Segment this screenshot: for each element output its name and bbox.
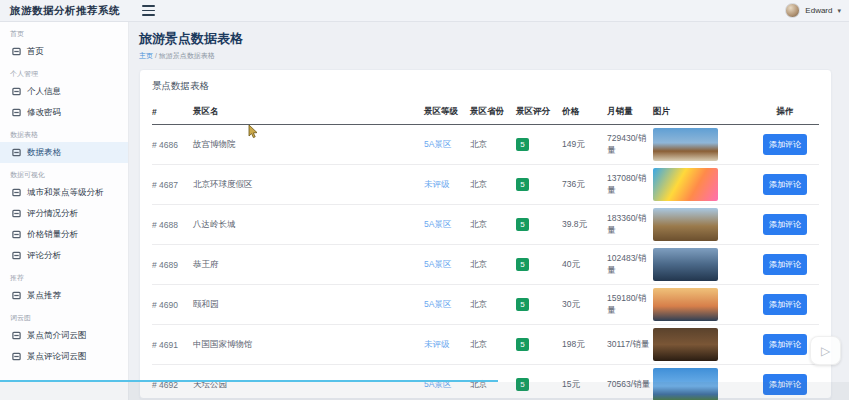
user-dropdown[interactable]: Edward ▾	[785, 3, 849, 18]
rating-badge: 5	[516, 218, 529, 231]
sidebar-item-label: 景点推荐	[27, 290, 61, 302]
rating-badge: 5	[516, 138, 529, 151]
breadcrumb: 主页 / 旅游景点数据表格	[139, 51, 832, 61]
sidebar-item-comment-wordcloud[interactable]: 景点评论词云图	[0, 346, 128, 367]
table-row: # 4689 恭王府 5A景区 北京 5 40元 102483/销量 添加评论	[152, 245, 819, 285]
sidebar-item-label: 城市和景点等级分析	[27, 187, 104, 199]
province: 北京	[470, 139, 487, 149]
sidebar-item-comment-chart[interactable]: 评论分析	[0, 245, 128, 266]
username: Edward	[805, 6, 832, 15]
col-header-index: #	[152, 101, 193, 125]
main-content: 旅游景点数据表格 主页 / 旅游景点数据表格 景点数据表格 # 景区名	[129, 22, 849, 400]
attraction-name: 北京环球度假区	[193, 179, 253, 189]
row-id: # 4688	[152, 220, 178, 230]
table-row: # 4687 北京环球度假区 未评级 北京 5 736元 137080/销量 添…	[152, 165, 819, 205]
attraction-name: 恭王府	[193, 259, 219, 269]
sidebar-item-user[interactable]: 个人信息	[0, 81, 128, 102]
app-window: 旅游数据分析推荐系统 Edward ▾ 首页 首页 个人管理 个人信息 修改密码…	[0, 0, 849, 400]
sidebar-item-label: 数据表格	[27, 147, 61, 159]
add-comment-button[interactable]: 添加评论	[763, 174, 807, 195]
monthly-sales: 729430/销量	[607, 133, 646, 155]
level-link[interactable]: 5A景区	[424, 139, 451, 149]
sidebar-section-label: 推荐	[0, 266, 128, 285]
add-comment-button[interactable]: 添加评论	[763, 374, 807, 395]
monthly-sales: 159180/销量	[607, 293, 646, 315]
sidebar-section-label: 数据可视化	[0, 163, 128, 182]
attraction-photo	[653, 248, 718, 281]
sidebar-item-label: 价格销量分析	[27, 229, 78, 241]
table-row: # 4690 颐和园 5A景区 北京 5 30元 159180/销量 添加评论	[152, 285, 819, 325]
province: 北京	[470, 299, 487, 309]
level-link[interactable]: 5A景区	[424, 259, 451, 269]
price: 15元	[562, 379, 580, 389]
attractions-table: # 景区名 景区等级 景区省份 景区评分 价格 月销量 图片 操作 # 4686…	[152, 101, 819, 400]
add-comment-button[interactable]: 添加评论	[763, 334, 807, 355]
row-id: # 4689	[152, 260, 178, 270]
attraction-name: 颐和园	[193, 299, 219, 309]
table-icon	[12, 148, 21, 157]
col-header-price: 价格	[562, 101, 607, 125]
sidebar-item-home[interactable]: 首页	[0, 41, 128, 62]
breadcrumb-home-link[interactable]: 主页	[139, 52, 153, 59]
sidebar: 首页 首页 个人管理 个人信息 修改密码 数据表格 数据表格 数据可视化	[0, 22, 129, 400]
sidebar-item-label: 个人信息	[27, 86, 61, 98]
rating-badge: 5	[516, 298, 529, 311]
sidebar-item-label: 修改密码	[27, 107, 61, 119]
price: 40元	[562, 259, 580, 269]
level-link[interactable]: 5A景区	[424, 219, 451, 229]
add-comment-button[interactable]: 添加评论	[763, 214, 807, 235]
add-comment-button[interactable]: 添加评论	[763, 134, 807, 155]
sidebar-item-recommend[interactable]: 景点推荐	[0, 285, 128, 306]
level-link[interactable]: 未评级	[424, 179, 450, 189]
user-icon	[12, 87, 21, 96]
level-link[interactable]: 未评级	[424, 339, 450, 349]
page-title: 旅游景点数据表格	[139, 30, 832, 48]
price: 198元	[562, 339, 585, 349]
attraction-name: 八达岭长城	[193, 219, 236, 229]
app-title: 旅游数据分析推荐系统	[0, 4, 133, 18]
home-icon	[12, 47, 21, 56]
chevron-down-icon: ▾	[837, 7, 841, 15]
video-progress-bar[interactable]	[0, 380, 498, 382]
monthly-sales: 70563/销量	[607, 379, 650, 389]
play-button-overlay[interactable]: ▷	[810, 336, 841, 365]
col-header-sales: 月销量	[607, 101, 653, 125]
add-comment-button[interactable]: 添加评论	[763, 254, 807, 275]
sidebar-item-city-level-chart[interactable]: 城市和景点等级分析	[0, 182, 128, 203]
attraction-photo	[653, 128, 718, 161]
play-icon: ▷	[821, 344, 830, 358]
col-header-level: 景区等级	[424, 101, 470, 125]
col-header-image: 图片	[653, 101, 753, 125]
table-row: # 4692 天坛公园 5A景区 北京 5 15元 70563/销量 添加评论	[152, 365, 819, 400]
sidebar-item-label: 评分情况分析	[27, 208, 78, 220]
attraction-photo	[653, 328, 718, 361]
menu-toggle-icon[interactable]	[142, 5, 155, 16]
sidebar-item-intro-wordcloud[interactable]: 景点简介词云图	[0, 325, 128, 346]
rating-badge: 5	[516, 338, 529, 351]
row-id: # 4686	[152, 140, 178, 150]
row-id: # 4691	[152, 340, 178, 350]
rating-badge: 5	[516, 378, 529, 391]
level-link[interactable]: 5A景区	[424, 299, 451, 309]
table-row: # 4688 八达岭长城 5A景区 北京 5 39.8元 183360/销量 添…	[152, 205, 819, 245]
col-header-province: 景区省份	[470, 101, 516, 125]
sidebar-item-lock[interactable]: 修改密码	[0, 102, 128, 123]
price-sales-chart-icon	[12, 230, 21, 239]
sidebar-section-label: 数据表格	[0, 123, 128, 142]
avatar	[785, 3, 800, 18]
sidebar-item-rating-chart[interactable]: 评分情况分析	[0, 203, 128, 224]
attraction-name: 中国国家博物馆	[193, 339, 253, 349]
breadcrumb-separator: /	[155, 52, 157, 59]
data-table-card: 景点数据表格 # 景区名 景区等级 景区省份 景区评分 价格	[139, 69, 832, 399]
sidebar-item-table[interactable]: 数据表格	[0, 142, 128, 163]
col-header-rating: 景区评分	[516, 101, 562, 125]
breadcrumb-current: 旅游景点数据表格	[159, 52, 215, 59]
province: 北京	[470, 179, 487, 189]
top-navbar: 旅游数据分析推荐系统 Edward ▾	[0, 0, 849, 22]
rating-badge: 5	[516, 258, 529, 271]
add-comment-button[interactable]: 添加评论	[763, 294, 807, 315]
sidebar-item-price-sales-chart[interactable]: 价格销量分析	[0, 224, 128, 245]
monthly-sales: 102483/销量	[607, 253, 646, 275]
sidebar-section-label: 个人管理	[0, 62, 128, 81]
attraction-name: 故宫博物院	[193, 139, 236, 149]
